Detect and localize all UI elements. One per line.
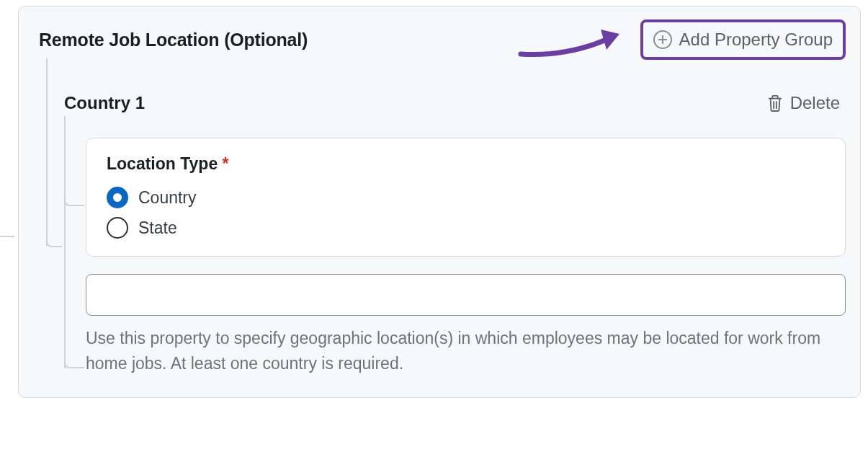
location-type-card: Location Type * Country State [86,138,846,257]
radio-label: Country [138,188,197,208]
radio-selected-icon [107,187,128,208]
required-indicator: * [223,154,229,173]
remote-job-location-panel: Remote Job Location (Optional) Add Prope… [18,6,861,398]
location-value-input[interactable] [86,274,846,316]
radio-unselected-icon [107,217,128,239]
group-title: Country 1 [64,93,145,113]
panel-header: Remote Job Location (Optional) Add Prope… [33,19,846,60]
tree-connector-line [46,58,48,246]
panel-title: Remote Job Location (Optional) [39,30,308,50]
tree-connector-elbow [64,192,84,206]
field-label-text: Location Type [107,154,218,173]
radio-label: State [138,218,177,238]
location-value-block: Use this property to specify geographic … [86,274,846,376]
delete-label: Delete [790,93,840,113]
delete-group-button[interactable]: Delete [761,89,846,118]
group-fields: Location Type * Country State Use this p… [64,138,846,376]
trash-icon [767,94,783,112]
radio-option-state[interactable]: State [107,217,825,239]
helper-text: Use this property to specify geographic … [86,326,846,376]
tree-connector-elbow [64,354,84,368]
tree-connector-line [64,116,66,368]
tree-connector-stub [0,236,17,247]
plus-circle-icon [653,30,672,49]
add-property-group-label: Add Property Group [679,30,833,50]
tree-connector-elbow [46,233,62,247]
group-header: Country 1 Delete [64,89,846,118]
property-group: Country 1 Delete Location Type * [39,89,846,376]
radio-option-country[interactable]: Country [107,187,825,208]
add-property-group-button[interactable]: Add Property Group [640,19,846,60]
location-type-label: Location Type * [107,154,825,174]
